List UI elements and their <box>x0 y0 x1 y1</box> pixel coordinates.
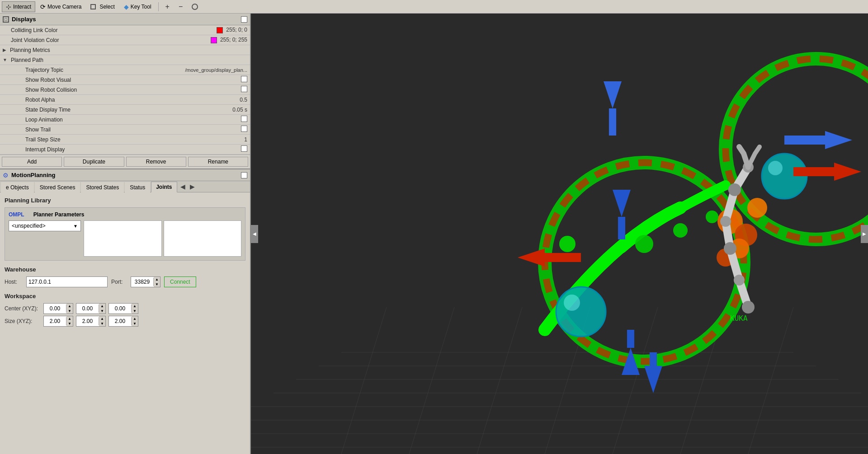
state-display-time-value[interactable]: 0.05 s <box>193 107 247 113</box>
center-x-arrows: ▲ ▼ <box>66 304 73 314</box>
rename-button[interactable]: Rename <box>188 157 248 167</box>
joint-violation-color-value[interactable]: 255; 0; 255 <box>193 37 247 43</box>
planned-path-row[interactable]: ▼ Planned Path <box>0 55 250 65</box>
svg-point-32 <box>734 275 745 286</box>
host-label: Host: <box>5 279 23 285</box>
svg-point-39 <box>706 211 718 223</box>
show-trail-checkbox[interactable] <box>241 126 247 132</box>
cursor-icon: ⊹ <box>6 3 11 10</box>
planner-dropdown[interactable]: <unspecified> ▼ <box>9 220 81 231</box>
move-camera-button[interactable]: ⟳ Move Camera <box>36 1 85 12</box>
planning-library-label: Planning Library <box>5 197 245 204</box>
connect-button[interactable]: Connect <box>164 276 196 287</box>
size-y-down[interactable]: ▼ <box>99 321 105 326</box>
size-x-up[interactable]: ▲ <box>66 316 73 321</box>
show-robot-visual-checkbox[interactable] <box>241 76 247 82</box>
tab-next-arrow[interactable]: ▶ <box>188 182 197 191</box>
port-value[interactable]: 33829 <box>131 278 154 286</box>
state-display-time-label: State Display Time <box>24 107 193 113</box>
robot-alpha-value[interactable]: 0.5 <box>193 97 247 103</box>
colliding-link-color-value[interactable]: 255; 0; 0 <box>193 27 247 33</box>
size-y-value[interactable]: 2.00 <box>76 317 99 325</box>
show-trail-value <box>193 126 247 133</box>
loop-animation-checkbox[interactable] <box>241 116 247 122</box>
colliding-link-color-swatch[interactable] <box>217 27 223 33</box>
displays-title: Displays <box>12 16 238 23</box>
plus-button[interactable]: + <box>161 1 174 12</box>
center-xyz-label: Center (XYZ): <box>5 305 41 312</box>
port-up-button[interactable]: ▲ <box>154 277 160 282</box>
size-z-up[interactable]: ▲ <box>132 316 138 321</box>
motion-planning-title: MotionPlanning <box>11 172 238 178</box>
colliding-link-color-row: Colliding Link Color 255; 0; 0 <box>0 25 250 35</box>
tab-stored-states[interactable]: Stored States <box>81 182 124 192</box>
duplicate-button[interactable]: Duplicate <box>64 157 124 167</box>
size-z-down[interactable]: ▼ <box>132 321 138 326</box>
svg-rect-41 <box>618 217 625 239</box>
svg-point-55 <box>559 236 576 252</box>
svg-rect-43 <box>609 108 616 136</box>
center-y-up[interactable]: ▲ <box>99 304 105 309</box>
host-input[interactable] <box>26 276 108 287</box>
center-y-value[interactable]: 0.00 <box>76 304 99 313</box>
tabs-row: e Objects Stored Scenes Stored States St… <box>0 181 250 192</box>
tab-joints[interactable]: Joints <box>151 182 177 192</box>
show-robot-collision-row: Show Robot Collision <box>0 85 250 95</box>
center-z-value[interactable]: 0.00 <box>109 304 132 313</box>
size-y-up[interactable]: ▲ <box>99 316 105 321</box>
size-z-value[interactable]: 2.00 <box>109 317 132 325</box>
size-xyz-row: Size (XYZ): 2.00 ▲ ▼ 2.00 ▲ <box>5 316 245 327</box>
planning-metrics-row[interactable]: ▶ Planning Metrics <box>0 45 250 55</box>
viewport[interactable]: KUKA ◀ ▶ <box>251 14 868 454</box>
motion-planning-header: ⚙ MotionPlanning <box>0 169 250 181</box>
joint-violation-color-swatch[interactable] <box>211 37 217 43</box>
size-x-down[interactable]: ▼ <box>66 321 73 326</box>
tab-scene-objects[interactable]: e Objects <box>1 182 34 192</box>
lib-row: <unspecified> ▼ <box>9 220 241 257</box>
minus-button[interactable]: − <box>175 1 187 12</box>
motion-planning-checkbox[interactable] <box>241 172 247 178</box>
center-x-up[interactable]: ▲ <box>66 304 73 309</box>
show-robot-collision-checkbox[interactable] <box>241 86 247 92</box>
svg-rect-49 <box>545 253 581 262</box>
warehouse-row: Host: Port: 33829 ▲ ▼ Connect <box>5 276 245 287</box>
displays-checkbox[interactable] <box>241 16 247 23</box>
tab-prev-arrow[interactable]: ◀ <box>178 182 188 191</box>
center-z-arrows: ▲ ▼ <box>132 304 138 314</box>
robot-alpha-row: Robot Alpha 0.5 <box>0 95 250 105</box>
size-x-value[interactable]: 2.00 <box>44 317 66 325</box>
center-y-down[interactable]: ▼ <box>99 309 105 314</box>
display-list[interactable]: Colliding Link Color 255; 0; 0 Joint Vio… <box>0 25 250 154</box>
svg-point-38 <box>673 223 688 238</box>
size-z-arrows: ▲ ▼ <box>132 316 138 326</box>
motion-planning-section: ⚙ MotionPlanning e Objects Stored Scenes… <box>0 169 250 454</box>
center-z-up[interactable]: ▲ <box>132 304 138 309</box>
plus-icon: + <box>165 3 170 11</box>
viewport-collapse-handle[interactable]: ◀ <box>251 225 258 243</box>
trajectory-topic-value[interactable]: /move_group/display_plan... <box>185 67 247 73</box>
tab-stored-scenes[interactable]: Stored Scenes <box>35 182 80 192</box>
port-down-button[interactable]: ▼ <box>154 282 160 287</box>
remove-button[interactable]: Remove <box>126 157 186 167</box>
displays-icon: □ <box>3 16 9 23</box>
planning-metrics-label: Planning Metrics <box>8 47 247 53</box>
tab-status[interactable]: Status <box>125 182 150 192</box>
viewport-expand-handle[interactable]: ▶ <box>861 225 868 243</box>
interrupt-display-checkbox[interactable] <box>241 145 247 152</box>
motion-icon: ⚙ <box>3 172 9 179</box>
center-x-value[interactable]: 0.00 <box>44 304 66 313</box>
key-tool-button[interactable]: ◆ Key Tool <box>120 1 156 12</box>
add-button[interactable]: Add <box>2 157 62 167</box>
select-button[interactable]: Select <box>86 1 118 12</box>
center-z-down[interactable]: ▼ <box>132 309 138 314</box>
planned-path-arrow: ▼ <box>3 57 7 62</box>
loop-animation-row: Loop Animation <box>0 115 250 125</box>
trail-step-size-value[interactable]: 1 <box>193 136 247 143</box>
center-x-down[interactable]: ▼ <box>66 309 73 314</box>
port-spinbox-arrows: ▲ ▼ <box>154 277 160 287</box>
joint-violation-color-row: Joint Violation Color 255; 0; 255 <box>0 35 250 45</box>
circle-button[interactable] <box>188 1 202 12</box>
interact-button[interactable]: ⊹ Interact <box>2 1 35 12</box>
key-tool-label: Key Tool <box>131 4 151 10</box>
svg-point-37 <box>635 235 653 253</box>
